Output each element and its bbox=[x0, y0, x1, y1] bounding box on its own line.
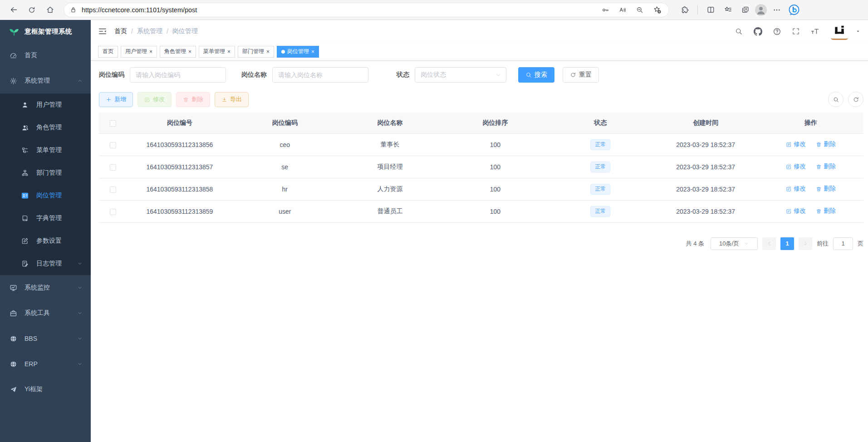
font-size-button[interactable] bbox=[809, 25, 821, 37]
app-title: 意框架管理系统 bbox=[25, 27, 72, 36]
sidebar-item-parameters[interactable]: 参数设置 bbox=[0, 230, 91, 252]
search-button[interactable]: 搜索 bbox=[518, 67, 554, 83]
table-toolbar: 新增 修改 删除 导出 bbox=[99, 92, 863, 107]
url-text[interactable]: https://ccnetcore.com:1101/system/post bbox=[82, 6, 594, 14]
collections-button[interactable] bbox=[738, 3, 752, 17]
sidebar-item-label: 角色管理 bbox=[36, 123, 62, 132]
post-code-input[interactable] bbox=[130, 67, 226, 83]
app-logo[interactable]: 意框架管理系统 bbox=[0, 20, 91, 43]
main-area: 首页 / 系统管理 / 岗位管理 bbox=[91, 20, 868, 442]
browser-menu-button[interactable] bbox=[770, 3, 784, 17]
sidebar-collapse-button[interactable] bbox=[98, 27, 107, 36]
dashboard-icon bbox=[8, 52, 18, 59]
status-select[interactable]: 岗位状态 bbox=[415, 67, 506, 83]
tab-home[interactable]: 首页 bbox=[98, 46, 118, 58]
bing-chat-button[interactable] bbox=[787, 3, 801, 17]
collections-icon bbox=[741, 5, 750, 14]
status-badge: 正常 bbox=[590, 184, 610, 195]
user-avatar[interactable] bbox=[831, 23, 848, 40]
edit-button-disabled[interactable]: 修改 bbox=[137, 92, 172, 107]
tab-menus[interactable]: 菜单管理 × bbox=[199, 46, 235, 58]
breadcrumb-system[interactable]: 系统管理 bbox=[137, 27, 162, 35]
tab-users[interactable]: 用户管理 × bbox=[121, 46, 157, 58]
row-checkbox[interactable] bbox=[110, 164, 116, 171]
dictionary-icon bbox=[20, 215, 30, 222]
row-delete-link[interactable]: 删除 bbox=[816, 162, 836, 171]
breadcrumb-home[interactable]: 首页 bbox=[114, 27, 127, 35]
sidebar-item-logs[interactable]: 日志管理 bbox=[0, 252, 91, 275]
close-icon[interactable]: × bbox=[311, 49, 314, 54]
gear-icon bbox=[8, 77, 18, 85]
sidebar-item-label: 系统监控 bbox=[25, 284, 50, 292]
delete-button-disabled[interactable]: 删除 bbox=[176, 92, 210, 107]
sidebar-item-monitor[interactable]: 系统监控 bbox=[0, 275, 91, 300]
browser-refresh-button[interactable] bbox=[25, 3, 39, 17]
zoom-out-button[interactable] bbox=[633, 4, 646, 16]
password-key-button[interactable] bbox=[599, 4, 612, 16]
read-aloud-button[interactable] bbox=[616, 4, 629, 16]
sidebar-item-departments[interactable]: 部门管理 bbox=[0, 162, 91, 184]
close-icon[interactable]: × bbox=[188, 49, 191, 54]
edit-icon bbox=[144, 97, 150, 103]
row-edit-link[interactable]: 修改 bbox=[786, 162, 806, 171]
github-icon bbox=[754, 27, 762, 36]
sidebar-item-posts[interactable]: 岗位管理 bbox=[0, 184, 91, 207]
sidebar-item-users[interactable]: 用户管理 bbox=[0, 93, 91, 116]
address-bar[interactable]: https://ccnetcore.com:1101/system/post bbox=[64, 3, 669, 17]
extensions-button[interactable] bbox=[677, 3, 692, 17]
tab-departments[interactable]: 部门管理 × bbox=[238, 46, 274, 58]
add-favorite-button[interactable] bbox=[651, 4, 663, 16]
sidebar-item-system[interactable]: 系统管理 bbox=[0, 68, 91, 93]
row-edit-link[interactable]: 修改 bbox=[786, 185, 806, 193]
lock-icon[interactable] bbox=[69, 6, 77, 14]
row-delete-link[interactable]: 删除 bbox=[816, 207, 836, 215]
header-search-button[interactable] bbox=[733, 25, 745, 37]
col-actions: 操作 bbox=[758, 113, 863, 133]
tab-roles[interactable]: 角色管理 × bbox=[160, 46, 196, 58]
sidebar-item-bbs[interactable]: BBS bbox=[0, 326, 91, 351]
sidebar-item-menus[interactable]: 菜单管理 bbox=[0, 139, 91, 162]
sidebar-item-roles[interactable]: 角色管理 bbox=[0, 116, 91, 139]
sidebar-item-yi-framework[interactable]: Yi框架 bbox=[0, 377, 91, 402]
close-icon[interactable]: × bbox=[266, 49, 270, 54]
search-icon bbox=[833, 96, 839, 103]
browser-home-button[interactable] bbox=[43, 3, 57, 17]
prev-page-button[interactable] bbox=[762, 237, 776, 250]
tab-posts-active[interactable]: 岗位管理 × bbox=[277, 46, 319, 58]
close-icon[interactable]: × bbox=[227, 49, 230, 54]
split-screen-icon bbox=[706, 5, 715, 14]
row-checkbox[interactable] bbox=[110, 142, 116, 148]
refresh-table-button[interactable] bbox=[848, 92, 863, 107]
reset-button[interactable]: 重置 bbox=[563, 67, 599, 83]
select-all-checkbox[interactable] bbox=[110, 120, 116, 127]
fullscreen-button[interactable] bbox=[790, 25, 802, 37]
browser-profile-avatar[interactable] bbox=[755, 4, 767, 16]
row-delete-link[interactable]: 删除 bbox=[816, 140, 836, 148]
row-checkbox[interactable] bbox=[110, 209, 116, 215]
toggle-search-button[interactable] bbox=[828, 92, 843, 107]
page-number-1[interactable]: 1 bbox=[780, 237, 794, 250]
favorites-button[interactable] bbox=[721, 3, 735, 17]
help-doc-button[interactable] bbox=[771, 25, 783, 37]
next-page-button[interactable] bbox=[799, 237, 812, 250]
row-checkbox[interactable] bbox=[110, 187, 116, 193]
github-link-button[interactable] bbox=[752, 25, 764, 37]
goto-page-input[interactable] bbox=[833, 237, 853, 250]
row-edit-link[interactable]: 修改 bbox=[786, 207, 806, 215]
bing-chat-icon bbox=[787, 3, 801, 17]
sidebar-item-dictionaries[interactable]: 字典管理 bbox=[0, 207, 91, 230]
sidebar-item-erp[interactable]: ERP bbox=[0, 351, 91, 377]
page-size-select[interactable]: 10条/页 bbox=[711, 237, 758, 250]
split-screen-button[interactable] bbox=[703, 3, 718, 17]
export-button[interactable]: 导出 bbox=[215, 92, 249, 107]
chevron-left-icon bbox=[766, 241, 772, 246]
row-edit-link[interactable]: 修改 bbox=[786, 140, 806, 148]
post-name-input[interactable] bbox=[272, 67, 368, 83]
avatar-caret-icon[interactable] bbox=[855, 29, 861, 34]
sidebar-item-home[interactable]: 首页 bbox=[0, 43, 91, 68]
sidebar-item-tools[interactable]: 系统工具 bbox=[0, 300, 91, 326]
add-button[interactable]: 新增 bbox=[99, 92, 133, 107]
browser-back-button[interactable] bbox=[6, 3, 21, 17]
close-icon[interactable]: × bbox=[149, 49, 152, 54]
row-delete-link[interactable]: 删除 bbox=[816, 185, 836, 193]
